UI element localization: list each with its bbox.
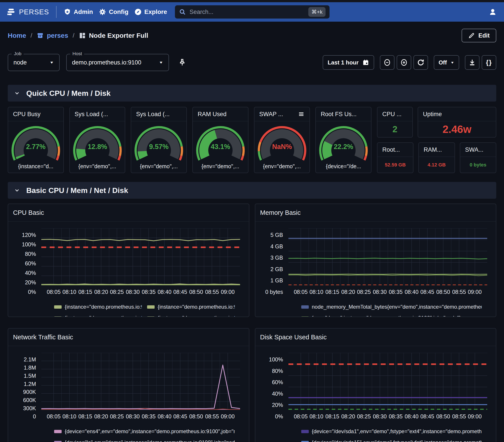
chart-plot[interactable] [288,228,487,285]
legend-entry[interactable]: {instance="demo.prometheus.io:9100"} [54,315,142,317]
gauge-series-label: {env="demo",... [201,163,239,170]
x-tick-label: 08:05 [47,289,61,295]
x-tick-label: 08:10 [62,289,76,295]
y-tick-label: 0% [275,413,283,420]
x-tick-label: 08:30 [126,413,140,420]
window-top-strip [0,0,504,2]
x-tick-label: 08:40 [158,289,172,295]
pencil-icon [468,32,475,39]
calendar-icon [362,59,369,66]
job-select[interactable]: Job node ▼ [8,54,60,71]
section-header-basic[interactable]: Basic CPU / Mem / Net / Disk [8,182,496,199]
svg-text:43.1%: 43.1% [211,143,230,151]
nav-item-admin[interactable]: ★ Admin [64,8,93,16]
panel-sys-load-1: Sys Load (... 12.8% {env="demo",... [69,107,126,173]
nav-item-config[interactable]: Config [99,8,128,16]
breadcrumb-home[interactable]: Home [8,32,26,39]
edit-button[interactable]: Edit [462,29,496,42]
download-button[interactable] [465,55,480,70]
pin-icon[interactable] [178,58,187,67]
x-tick-label: 09:00 [468,413,482,420]
legend-entry[interactable]: {env="demo",instance="demo.prometheus.io… [301,315,482,317]
search-box[interactable]: ⌘+k [175,5,329,18]
section-header-quick[interactable]: Quick CPU / Mem / Disk [8,85,496,102]
x-tick-label: 08:10 [309,413,323,420]
legend-label: {env="demo",instance="demo.prometheus.io… [312,315,461,317]
x-tick-label: 08:25 [357,413,371,420]
avatar-icon[interactable] [488,7,497,17]
y-tick-label: 1.5M [24,373,36,379]
zoom-in-button[interactable] [397,55,411,70]
chevron-down-icon [14,90,20,96]
gear-icon [99,8,106,16]
y-tick-label: 3 GB [270,255,283,261]
time-range-button[interactable]: Last 1 hour [323,55,374,70]
x-tick-label: 08:30 [373,289,387,295]
svg-text:22.2%: 22.2% [334,143,353,151]
x-tick-label: 08:45 [420,413,434,420]
breadcrumb-project[interactable]: perses [37,32,68,39]
legend-entry[interactable]: {instance="demo.prometheus.io:9100"} [147,304,235,310]
job-select-label: Job [12,51,24,56]
legend-label: {instance="demo.prometheus.io:9100"} [158,304,235,310]
y-tick-label: 300K [23,405,36,411]
stat-value: 52.59 GB [385,162,406,168]
x-tick-label: 08:15 [325,413,339,420]
gauge-chart: 9.57% [133,124,184,162]
panel-title: CPU Busy [8,107,63,122]
panel-title: Sys Load (... [131,107,186,122]
refresh-interval-select[interactable]: Off ▼ [434,55,459,70]
app-navbar: PERSES ★ Admin Config Explore ⌘+k [0,2,504,22]
y-tick-label: 1 GB [270,277,283,284]
legend-swatch [301,316,309,317]
chart-plot[interactable] [41,353,240,410]
x-tick-label: 08:55 [452,289,466,295]
chart-plot[interactable] [288,353,487,410]
legend-entry[interactable]: {instance="demo.prometheus.io:9100"} [54,304,142,310]
panel-title: Root FS Us... [316,107,371,122]
zoom-out-button[interactable] [380,55,395,70]
search-input[interactable] [190,9,305,16]
refresh-icon-button[interactable] [414,55,428,70]
gauge-series-label: {env="demo",... [263,163,301,170]
section-title: Basic CPU / Mem / Net / Disk [26,186,128,195]
chevron-down-icon: ▼ [50,60,54,64]
panel-title: Network Traffic Basic [8,329,249,346]
y-tick-label: 1.2M [24,381,36,387]
legend-swatch [54,305,62,309]
panel-cpu-basic: CPU Basic 120%100%80%60%40%20%0% 08:0508… [8,204,249,317]
legend-entry[interactable]: {device="lo",env="demo",instance="demo.p… [54,439,235,442]
panel-title: CPU Basic [8,204,249,222]
chevron-down-icon: ▼ [159,60,163,64]
legend-entry[interactable]: {device="/dev/sda1",env="demo",fstype="e… [301,428,482,435]
y-axis: 2.1M1.8M1.5M1.2M900K600K300K0 [8,353,41,410]
legend-entry[interactable]: node_memory_MemTotal_bytes{env="demo",in… [301,304,482,310]
chart-plot[interactable] [41,228,240,285]
y-tick-label: 20% [272,402,283,408]
panel-menu-icon[interactable] [298,111,305,117]
legend-swatch [54,430,62,433]
y-tick-label: 900K [23,389,36,395]
x-tick-label: 08:45 [420,289,434,295]
x-tick-label: 08:15 [325,289,339,295]
x-tick-label: 09:00 [221,413,235,420]
host-select[interactable]: Host demo.prometheus.io:9100 ▼ [66,54,169,71]
stat-value: 4.12 GB [428,162,446,168]
x-tick-label: 08:40 [158,413,172,420]
nav-divider [56,6,56,18]
legend-label: node_memory_MemTotal_bytes{env="demo",in… [312,304,482,310]
legend-entry[interactable]: {device="/dev/sda15",env="demo",fstype="… [301,439,482,442]
x-tick-label: 08:55 [205,289,219,295]
legend-entry[interactable]: {instance="demo.prometheus.io:9100"} [147,315,235,317]
gauge-series-label: {env="demo",... [140,163,178,170]
legend-swatch [54,441,62,442]
x-tick-label: 09:00 [221,289,235,295]
legend-entry[interactable]: {device="ens4",env="demo",instance="demo… [54,428,235,435]
chart-legend: {device="ens4",env="demo",instance="demo… [54,424,235,442]
json-view-button[interactable]: {} [482,55,496,70]
panel-uptime: Uptime 2.46w [418,107,496,138]
nav-item-explore[interactable]: Explore [134,8,167,16]
gauge-series-label: {instance="d... [18,163,54,170]
brand[interactable]: PERSES [7,7,49,16]
x-axis: 08:0508:1008:1508:2008:2508:3008:3508:40… [288,288,487,298]
